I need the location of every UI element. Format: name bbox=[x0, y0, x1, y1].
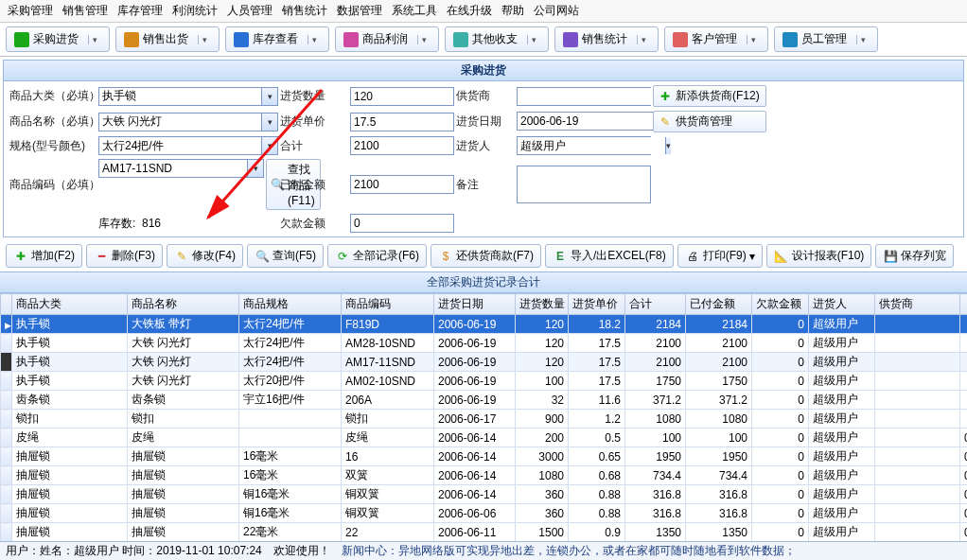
query-button[interactable]: 🔍查询(F5) bbox=[247, 244, 324, 268]
remark-label: 备注 bbox=[456, 177, 515, 193]
chevron-down-icon[interactable]: ▾ bbox=[417, 35, 427, 44]
excel-icon: E bbox=[553, 249, 568, 264]
table-row[interactable]: 抽屉锁抽屉锁铜16毫米铜双簧2006-06-063600.88316.8316.… bbox=[1, 504, 968, 523]
paid-input[interactable] bbox=[350, 175, 454, 194]
qty-input[interactable] bbox=[350, 87, 454, 106]
print-button[interactable]: 🖨打印(F9)▾ bbox=[677, 244, 763, 268]
category-input[interactable] bbox=[99, 88, 261, 105]
table-row[interactable]: ▶执手锁大铁板 带灯太行24把/件F819D2006-06-1912018.22… bbox=[1, 315, 968, 334]
remark-input[interactable] bbox=[517, 166, 651, 203]
supplier-combo[interactable]: ▾ bbox=[517, 87, 651, 106]
table-row[interactable]: 抽屉锁抽屉锁22毫米222006-06-1115000.9135013500超级… bbox=[1, 523, 968, 542]
other-inout-button[interactable]: 其他收支▾ bbox=[445, 26, 549, 52]
menu-item[interactable]: 库存管理 bbox=[117, 3, 163, 19]
table-row[interactable]: 齿条锁齿条锁宇立16把/件206A2006-06-193211.6371.237… bbox=[1, 391, 968, 410]
menu-item[interactable]: 数据管理 bbox=[337, 3, 382, 19]
goods-profit-button[interactable]: 商品利润▾ bbox=[335, 26, 439, 52]
supplier-label: 供货商 bbox=[456, 88, 515, 104]
staff-button[interactable]: 员工管理▾ bbox=[774, 26, 878, 52]
menu-item[interactable]: 人员管理 bbox=[227, 3, 273, 19]
column-header[interactable]: 商品名称 bbox=[128, 294, 239, 315]
menu-item[interactable]: 帮助 bbox=[501, 3, 524, 19]
records-grid[interactable]: 商品大类商品名称商品规格商品编码进货日期进货数量进货单价合计已付金额欠款金额进货… bbox=[0, 293, 967, 560]
code-combo[interactable]: ▾ bbox=[98, 159, 264, 178]
table-row[interactable]: 抽屉锁抽屉锁16毫米162006-06-1430000.65195019500超… bbox=[1, 447, 968, 466]
dropdown-icon[interactable]: ▾ bbox=[261, 114, 277, 131]
category-combo[interactable]: ▾ bbox=[98, 87, 278, 106]
name-combo[interactable]: ▾ bbox=[98, 113, 278, 131]
chevron-down-icon[interactable]: ▾ bbox=[88, 35, 97, 44]
action-bar: ✚增加(F2) ━删除(F3) ✎修改(F4) 🔍查询(F5) ⟳全部记录(F6… bbox=[0, 240, 967, 271]
person-input[interactable] bbox=[518, 137, 665, 154]
add-supplier-button[interactable]: ✚新添供货商(F12) bbox=[653, 85, 766, 107]
sale-out-button[interactable]: 销售出货▾ bbox=[115, 26, 220, 52]
return-supplier-button[interactable]: $还供货商款(F7) bbox=[431, 244, 541, 268]
column-header[interactable]: 已付金额 bbox=[686, 294, 752, 315]
chevron-down-icon[interactable]: ▾ bbox=[856, 35, 866, 44]
toolbar-icon bbox=[673, 32, 688, 47]
refresh-icon: ⟳ bbox=[335, 249, 350, 264]
dropdown-icon[interactable]: ▾ bbox=[261, 137, 277, 154]
spec-input[interactable] bbox=[99, 137, 261, 154]
stock-view-button[interactable]: 库存查看▾ bbox=[225, 26, 329, 52]
column-header[interactable]: 进货人 bbox=[809, 294, 875, 315]
dropdown-icon[interactable]: ▾ bbox=[247, 160, 263, 177]
chevron-down-icon[interactable]: ▾ bbox=[637, 35, 646, 44]
chevron-down-icon[interactable]: ▾ bbox=[747, 35, 756, 44]
toolbar-icon bbox=[234, 32, 249, 47]
delete-button[interactable]: ━删除(F3) bbox=[86, 244, 163, 268]
date-input[interactable] bbox=[517, 112, 666, 131]
menu-item[interactable]: 利润统计 bbox=[172, 3, 218, 19]
supplier-mgmt-button[interactable]: ✎供货商管理 bbox=[653, 111, 766, 132]
table-row[interactable]: 执手锁大铁 闪光灯太行20把/件AM02-10SND2006-06-191001… bbox=[1, 372, 968, 391]
column-header[interactable]: 进货日期 bbox=[434, 294, 516, 315]
column-header[interactable]: 进货单价 bbox=[569, 294, 625, 315]
owe-input[interactable] bbox=[350, 214, 454, 233]
chevron-down-icon[interactable]: ▾ bbox=[198, 35, 207, 44]
menu-item[interactable]: 公司网站 bbox=[534, 3, 579, 19]
dropdown-icon[interactable]: ▾ bbox=[665, 137, 671, 154]
menu-item[interactable]: 销售管理 bbox=[62, 3, 108, 19]
menu-item[interactable]: 销售统计 bbox=[282, 3, 327, 19]
table-row[interactable]: 执手锁大铁 闪光灯太行24把/件AM17-11SND2006-06-191201… bbox=[1, 353, 968, 372]
name-input[interactable] bbox=[99, 114, 261, 131]
total-input[interactable] bbox=[350, 136, 454, 155]
table-row[interactable]: 执手锁大铁 闪光灯太行24把/件AM28-10SND2006-06-191201… bbox=[1, 334, 968, 353]
design-icon: 📐 bbox=[774, 249, 789, 264]
table-row[interactable]: 抽屉锁抽屉锁16毫米双簧2006-06-1410800.68734.4734.4… bbox=[1, 466, 968, 485]
menu-item[interactable]: 在线升级 bbox=[447, 3, 492, 19]
table-row[interactable]: 锁扣锁扣锁扣2006-06-179001.2108010800超级用户 bbox=[1, 410, 968, 429]
chevron-down-icon[interactable]: ▾ bbox=[749, 250, 755, 263]
supplier-input[interactable] bbox=[518, 88, 665, 105]
save-colwidth-button[interactable]: 💾保存列宽 bbox=[875, 244, 954, 268]
excel-button[interactable]: E导入/出EXCEL(F8) bbox=[545, 244, 674, 268]
edit-button[interactable]: ✎修改(F4) bbox=[167, 244, 243, 268]
menu-item[interactable]: 采购管理 bbox=[8, 3, 53, 19]
menu-item[interactable]: 系统工具 bbox=[392, 3, 437, 19]
sale-stat-button[interactable]: 销售统计▾ bbox=[554, 26, 659, 52]
design-button[interactable]: 📐设计报表(F10) bbox=[766, 244, 872, 268]
column-header[interactable]: 供货商 bbox=[875, 294, 960, 315]
column-header[interactable]: 合计 bbox=[625, 294, 686, 315]
minus-icon: ━ bbox=[94, 249, 109, 264]
table-row[interactable]: 抽屉锁抽屉锁铜16毫米铜双簧2006-06-143600.88316.8316.… bbox=[1, 485, 968, 504]
chevron-down-icon[interactable]: ▾ bbox=[527, 35, 536, 44]
all-records-button[interactable]: ⟳全部记录(F6) bbox=[327, 244, 427, 268]
spec-combo[interactable]: ▾ bbox=[98, 136, 278, 155]
price-input[interactable] bbox=[350, 113, 454, 131]
column-header[interactable]: 商品编码 bbox=[342, 294, 434, 315]
add-button[interactable]: ✚增加(F2) bbox=[6, 244, 82, 268]
chevron-down-icon[interactable]: ▾ bbox=[308, 35, 317, 44]
dropdown-icon[interactable]: ▾ bbox=[261, 88, 277, 105]
person-combo[interactable]: ▾ bbox=[517, 136, 651, 155]
column-header[interactable]: 进货数量 bbox=[516, 294, 569, 315]
column-header[interactable]: 商品大类 bbox=[12, 294, 128, 315]
customer-button[interactable]: 客户管理▾ bbox=[664, 26, 768, 52]
grid-header-row: 商品大类商品名称商品规格商品编码进货日期进货数量进货单价合计已付金额欠款金额进货… bbox=[1, 294, 968, 315]
code-input[interactable] bbox=[99, 160, 247, 177]
column-header[interactable] bbox=[960, 294, 968, 315]
table-row[interactable]: 皮绳皮绳皮绳2006-06-142000.51001000超级用户0.50 bbox=[1, 429, 968, 447]
column-header[interactable]: 商品规格 bbox=[239, 294, 342, 315]
purchase-in-button[interactable]: 采购进货▾ bbox=[6, 26, 110, 52]
column-header[interactable]: 欠款金额 bbox=[752, 294, 809, 315]
